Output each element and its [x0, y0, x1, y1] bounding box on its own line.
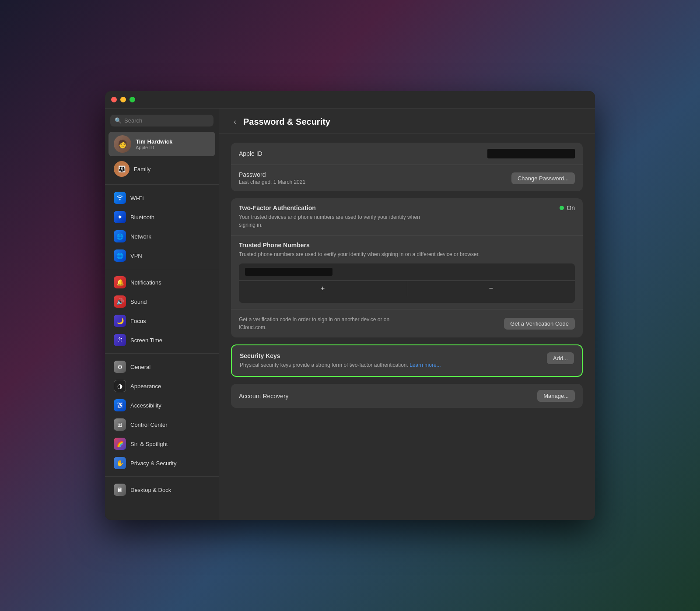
sidebar-item-general[interactable]: ⚙ General: [108, 358, 215, 376]
sidebar-item-privacy[interactable]: ✋ Privacy & Security: [108, 454, 215, 472]
change-password-button[interactable]: Change Password...: [511, 172, 575, 184]
password-label: Password: [239, 171, 305, 178]
app-window: 🔍 Search 🧑 Tim Hardwick Apple ID 👨‍👩‍👧 F…: [105, 91, 595, 520]
privacy-label: Privacy & Security: [130, 460, 176, 467]
general-icon: ⚙: [114, 361, 126, 373]
main-content: ‹ Password & Security Apple ID Password: [219, 109, 595, 520]
password-info: Password Last changed: 1 March 2021: [239, 171, 305, 185]
user-name: Tim Hardwick: [136, 138, 172, 145]
controlcenter-icon: ⊞: [114, 418, 126, 431]
user-subtitle: Apple ID: [136, 145, 172, 150]
sidebar-item-notifications[interactable]: 🔔 Notifications: [108, 273, 215, 291]
page-title: Password & Security: [243, 117, 330, 127]
add-phone-button[interactable]: +: [239, 281, 407, 296]
network-label: Network: [130, 233, 151, 240]
sidebar-item-appearance[interactable]: ◑ Appearance: [108, 377, 215, 395]
tfa-text: Two-Factor Authentication Your trusted d…: [239, 204, 560, 229]
family-avatar: 👨‍👩‍👧: [114, 161, 130, 177]
minimize-button[interactable]: [120, 97, 126, 102]
divider-3: [105, 353, 219, 354]
tfa-status: On: [560, 204, 575, 211]
general-label: General: [130, 364, 150, 370]
search-placeholder: Search: [124, 117, 142, 124]
focus-label: Focus: [130, 318, 146, 324]
sidebar-item-accessibility[interactable]: ♿ Accessibility: [108, 396, 215, 414]
manage-account-recovery-button[interactable]: Manage...: [537, 390, 575, 402]
traffic-lights: [111, 97, 135, 102]
password-row: Password Last changed: 1 March 2021 Chan…: [231, 165, 583, 191]
bluetooth-icon: ✦: [114, 211, 126, 223]
security-keys-row: Security Keys Physical security keys pro…: [232, 345, 582, 376]
wifi-label: Wi-Fi: [130, 195, 144, 201]
search-icon: 🔍: [115, 117, 122, 124]
focus-icon: 🌙: [114, 315, 126, 327]
bluetooth-label: Bluetooth: [130, 214, 154, 221]
phone-actions: + −: [239, 281, 575, 296]
sidebar-item-family[interactable]: 👨‍👩‍👧 Family: [108, 158, 215, 180]
sidebar-item-focus[interactable]: 🌙 Focus: [108, 312, 215, 330]
vpn-label: VPN: [130, 253, 142, 259]
sidebar-item-wifi[interactable]: Wi-Fi: [108, 189, 215, 207]
sidebar-item-controlcenter[interactable]: ⊞ Control Center: [108, 415, 215, 434]
vpn-icon: 🌐: [114, 249, 126, 262]
sidebar-item-vpn[interactable]: 🌐 VPN: [108, 246, 215, 265]
network-icon: 🌐: [114, 230, 126, 242]
sidebar-item-sound[interactable]: 🔊 Sound: [108, 292, 215, 311]
account-recovery-section: Account Recovery Manage...: [231, 384, 583, 408]
password-sublabel: Last changed: 1 March 2021: [239, 179, 305, 185]
user-info: Tim Hardwick Apple ID: [136, 138, 172, 150]
apple-id-label: Apple ID: [239, 150, 262, 157]
desktop-label: Desktop & Dock: [130, 487, 171, 493]
tfa-title: Two-Factor Authentication: [239, 204, 560, 211]
verification-row: Get a verification code in order to sign…: [231, 309, 583, 337]
sidebar-item-siri[interactable]: 🌈 Siri & Spotlight: [108, 435, 215, 453]
siri-label: Siri & Spotlight: [130, 441, 168, 447]
add-security-key-button[interactable]: Add...: [547, 352, 574, 364]
user-item[interactable]: 🧑 Tim Hardwick Apple ID: [108, 132, 215, 156]
screentime-icon: ⏱: [114, 334, 126, 346]
trusted-phones-title: Trusted Phone Numbers: [239, 242, 575, 249]
back-button[interactable]: ‹: [231, 116, 239, 127]
sidebar-item-network[interactable]: 🌐 Network: [108, 227, 215, 246]
appearance-icon: ◑: [114, 380, 126, 392]
notifications-label: Notifications: [130, 279, 161, 286]
accessibility-label: Accessibility: [130, 402, 161, 409]
sidebar-item-bluetooth[interactable]: ✦ Bluetooth: [108, 208, 215, 226]
sidebar-item-screentime[interactable]: ⏱ Screen Time: [108, 331, 215, 349]
divider-2: [105, 269, 219, 269]
divider-4: [105, 476, 219, 477]
main-body: Apple ID Password Last changed: 1 March …: [219, 134, 595, 424]
security-keys-description: Physical security keys provide a strong …: [240, 361, 547, 369]
family-label: Family: [134, 166, 150, 172]
divider-1: [105, 184, 219, 185]
avatar: 🧑: [114, 135, 131, 153]
trusted-phones-section: Trusted Phone Numbers Trusted phone numb…: [231, 235, 583, 309]
sidebar-item-desktop[interactable]: 🖥 Desktop & Dock: [108, 481, 215, 499]
apple-id-section: Apple ID Password Last changed: 1 March …: [231, 143, 583, 191]
sound-label: Sound: [130, 298, 147, 305]
content-area: 🔍 Search 🧑 Tim Hardwick Apple ID 👨‍👩‍👧 F…: [105, 109, 595, 520]
desktop-icon: 🖥: [114, 484, 126, 496]
security-keys-desc-text: Physical security keys provide a strong …: [240, 362, 408, 368]
screentime-label: Screen Time: [130, 337, 162, 344]
learn-more-link[interactable]: Learn more...: [410, 362, 441, 368]
wifi-icon: [114, 192, 126, 204]
apple-id-row: Apple ID: [231, 143, 583, 165]
controlcenter-label: Control Center: [130, 421, 168, 428]
close-button[interactable]: [111, 97, 117, 102]
verification-description: Get a verification code in order to sign…: [239, 316, 405, 331]
sidebar: 🔍 Search 🧑 Tim Hardwick Apple ID 👨‍👩‍👧 F…: [105, 109, 219, 520]
privacy-icon: ✋: [114, 457, 126, 469]
sound-icon: 🔊: [114, 295, 126, 308]
remove-phone-button[interactable]: −: [407, 281, 575, 296]
siri-icon: 🌈: [114, 438, 126, 450]
notifications-icon: 🔔: [114, 276, 126, 288]
account-recovery-label: Account Recovery: [239, 393, 289, 400]
search-bar[interactable]: 🔍 Search: [110, 115, 214, 126]
tfa-description: Your trusted devices and phone numbers a…: [239, 213, 436, 229]
maximize-button[interactable]: [130, 97, 135, 102]
get-verification-code-button[interactable]: Get a Verification Code: [504, 318, 575, 330]
titlebar: [105, 91, 595, 109]
account-recovery-row: Account Recovery Manage...: [231, 384, 583, 408]
apple-id-value-redacted: [487, 149, 575, 158]
